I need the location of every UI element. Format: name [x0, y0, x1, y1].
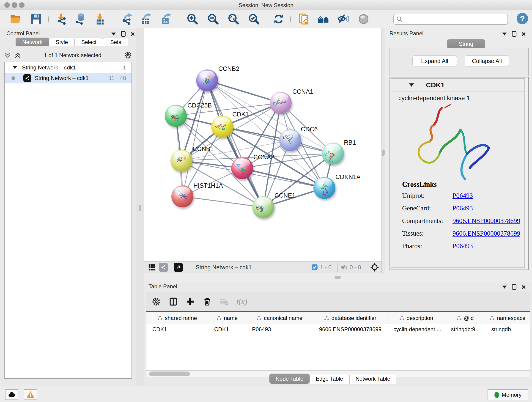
expand-all-icon[interactable] [14, 52, 21, 59]
export-table-icon[interactable] [140, 13, 153, 26]
expand-all-button[interactable]: Expand All [412, 56, 457, 66]
float-panel-icon[interactable] [512, 284, 516, 290]
tab-select[interactable]: Select [75, 38, 103, 46]
column-header-namespace[interactable]: namespace [485, 312, 530, 324]
network-share-icon[interactable] [159, 263, 168, 272]
tab-string[interactable]: String [447, 39, 485, 48]
selected-checkbox-icon[interactable] [311, 264, 318, 270]
close-panel-icon[interactable]: × [131, 31, 135, 37]
network-row[interactable]: String Network – cdk1 11 48 [5, 73, 132, 83]
crosslink-link[interactable]: P06493 [452, 192, 473, 199]
table-cell[interactable]: CDK1 [146, 324, 208, 335]
hidden-eye-icon[interactable] [341, 264, 347, 271]
tab-node-table[interactable]: Node Table [269, 374, 310, 384]
show-enhanced-labels-icon[interactable] [337, 13, 350, 26]
float-panel-icon[interactable] [121, 31, 126, 37]
warning-button[interactable] [24, 389, 37, 400]
network-node-HIST1H1A[interactable] [171, 185, 193, 207]
gear-icon[interactable] [124, 51, 132, 59]
help-button[interactable]: ? [517, 13, 528, 24]
table-cell[interactable]: cyclin-dependent ... [387, 324, 445, 335]
node-table[interactable]: shared namenamecanonical namedatabase id… [146, 311, 530, 370]
add-column-icon[interactable] [186, 297, 195, 306]
crosslink-link[interactable]: 9606.ENSP00000378699 [452, 217, 520, 225]
crosslink-link[interactable]: 9606.ENSP00000378699 [452, 230, 520, 237]
import-table-icon[interactable] [94, 13, 107, 26]
save-session-icon[interactable] [30, 13, 43, 26]
tab-network[interactable]: Network [16, 38, 49, 46]
column-header-name[interactable]: name [208, 312, 246, 324]
network-canvas[interactable]: CCNB2CCNA1CDC25BCDK1CDC6RB1CCNB1CCNA2CDK… [144, 28, 382, 261]
zoom-out-icon[interactable] [207, 13, 220, 26]
column-header-description[interactable]: description [387, 312, 445, 324]
column-header-shared-name[interactable]: shared name [146, 312, 208, 324]
vertical-splitter[interactable] [136, 28, 144, 386]
network-node-CDKN1A[interactable] [313, 177, 336, 199]
splitter-handle[interactable] [139, 205, 141, 211]
table-row[interactable]: CDK1CDK1P064939606.ENSP00000378699cyclin… [146, 324, 530, 335]
network-edge[interactable] [182, 196, 263, 207]
gear-icon[interactable] [152, 297, 161, 306]
vertical-splitter[interactable] [382, 28, 385, 274]
collapse-all-icon[interactable] [4, 52, 11, 59]
column-header-database-identifier[interactable]: database identifier [313, 312, 388, 324]
glass-ball-icon[interactable] [357, 13, 370, 26]
close-panel-icon[interactable]: × [521, 284, 526, 290]
grid-view-icon[interactable] [147, 263, 157, 272]
tab-network-table[interactable]: Network Table [349, 374, 397, 384]
network-node-CCNB1[interactable] [171, 150, 192, 172]
gene-section-header[interactable]: CDK1 [391, 79, 525, 91]
horizontal-splitter[interactable] [144, 273, 532, 282]
delete-column-icon[interactable] [203, 297, 212, 306]
close-panel-icon[interactable]: × [521, 31, 526, 37]
network-node-CDC25B[interactable] [165, 105, 187, 127]
crosslink-link[interactable]: P06493 [452, 242, 473, 250]
tab-style[interactable]: Style [49, 38, 75, 46]
table-cell[interactable]: 9606.ENSP00000378699 [313, 324, 388, 335]
birds-eye-view-icon[interactable] [174, 263, 183, 272]
splitter-handle[interactable] [382, 149, 385, 156]
collapse-panel-icon[interactable] [502, 32, 507, 36]
column-header-@id[interactable]: @id [445, 312, 486, 324]
table-cell[interactable]: P06493 [246, 324, 313, 335]
tree-expand-icon[interactable] [13, 66, 17, 69]
crosslink-link[interactable]: P06493 [452, 204, 473, 212]
refresh-icon[interactable] [272, 13, 285, 26]
select-columns-icon[interactable] [169, 297, 178, 306]
results-scrollbar[interactable] [525, 77, 528, 269]
network-collection-row[interactable]: String Network – cdk1 1 [5, 62, 132, 73]
network-node-CDK1[interactable] [211, 116, 233, 138]
zoom-fit-icon[interactable] [227, 13, 240, 26]
collapse-panel-icon[interactable] [502, 286, 507, 288]
network-edge[interactable] [182, 80, 207, 196]
column-header-canonical-name[interactable]: canonical name [246, 312, 313, 324]
table-cell[interactable]: stringdb:9... [445, 324, 486, 335]
network-edge[interactable] [207, 80, 281, 103]
network-node-CDC6[interactable] [279, 129, 301, 151]
fit-content-crosshair-icon[interactable] [370, 263, 379, 272]
table-cell[interactable]: CDK1 [208, 324, 246, 335]
memory-button[interactable]: Memory [488, 389, 528, 400]
network-node-CCNA1[interactable] [270, 92, 292, 114]
network-node-CCNE1[interactable] [252, 196, 274, 218]
import-network-from-database-icon[interactable] [74, 13, 87, 26]
network-node-CCNB2[interactable] [196, 70, 218, 91]
open-session-icon[interactable] [9, 13, 22, 26]
tab-sets[interactable]: Sets [103, 38, 128, 46]
tab-edge-table[interactable]: Edge Table [310, 374, 349, 384]
string-import-icon[interactable] [298, 13, 310, 26]
zoom-selected-icon[interactable] [247, 13, 260, 26]
zoom-in-icon[interactable] [186, 13, 199, 26]
float-panel-icon[interactable] [512, 31, 516, 37]
splitter-handle[interactable] [335, 276, 341, 279]
results-scroll-area[interactable]: CDK1 cyclin-dependent kinase 1 CrossLink… [389, 77, 529, 270]
table-cell[interactable]: stringdb [485, 324, 530, 335]
cloud-button[interactable] [5, 389, 18, 400]
collapse-panel-icon[interactable] [111, 32, 116, 36]
section-collapse-icon[interactable] [409, 83, 414, 87]
import-network-icon[interactable] [56, 13, 68, 26]
export-network-icon[interactable] [121, 13, 134, 26]
search-field[interactable] [393, 14, 508, 25]
export-image-icon[interactable] [160, 13, 172, 26]
network-node-RB1[interactable] [322, 143, 344, 165]
